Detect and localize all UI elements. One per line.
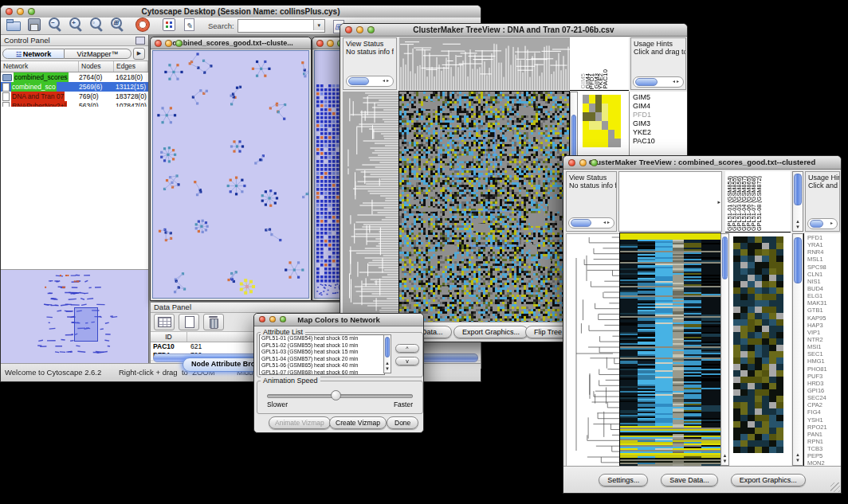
zoom-matrix-canvas[interactable] — [583, 95, 621, 147]
gene-label[interactable]: YSH1 — [807, 416, 841, 424]
gene-label[interactable]: PFD1 — [807, 234, 841, 241]
zoom-button[interactable] — [367, 26, 375, 33]
close-button[interactable] — [316, 40, 324, 47]
zoom-button[interactable] — [28, 8, 35, 15]
panel-resize-handle[interactable]: ▸ — [717, 199, 720, 205]
minimize-button[interactable] — [327, 40, 334, 47]
vizmap-icon[interactable] — [160, 17, 178, 33]
gene-label[interactable]: BUD4 — [807, 285, 841, 292]
attribute-list-scrollbar[interactable]: ▲▼ — [383, 334, 391, 373]
gene-label[interactable]: NTR2 — [807, 336, 841, 343]
matrix-row-label[interactable]: PAC10 — [633, 137, 655, 146]
close-button[interactable] — [6, 8, 13, 15]
export-graphics-button[interactable]: Export Graphics... — [453, 326, 528, 338]
zoom-button[interactable] — [175, 40, 183, 47]
matrix-column-label[interactable]: PAC10 — [603, 69, 608, 89]
row-dendrogram-canvas[interactable] — [566, 233, 620, 468]
zoom-button[interactable] — [280, 316, 286, 322]
gene-label[interactable]: RNR4 — [807, 248, 841, 256]
gene-label[interactable]: SEC1 — [807, 350, 841, 357]
attribute-table-icon[interactable] — [154, 314, 175, 330]
gene-label[interactable]: KAP95 — [807, 315, 841, 322]
gene-label[interactable]: PEP5 — [807, 452, 841, 459]
search-dropdown-icon[interactable]: ▾ — [313, 20, 324, 30]
help-icon[interactable] — [135, 17, 152, 33]
row-dendrogram-canvas[interactable] — [343, 92, 399, 324]
gene-label[interactable]: PUF3 — [807, 373, 841, 380]
speed-slider-thumb[interactable] — [331, 390, 341, 400]
heatmap-canvas[interactable] — [399, 92, 569, 324]
gene-label[interactable]: NIS1 — [807, 278, 841, 285]
zoom-region-icon[interactable]: ▫ — [88, 17, 106, 33]
settings-button[interactable]: Settings... — [599, 474, 648, 486]
attribute-list-item[interactable]: GPL51-01 (GSM854) heat shock 05 min — [260, 335, 384, 342]
network-row[interactable]: DNA and Tran 07769(0)183728(0) — [1, 92, 148, 101]
create-vizmap-button[interactable]: Create Vizmap — [329, 416, 387, 429]
close-button[interactable] — [568, 159, 575, 166]
attribute-list-item[interactable]: GPL51-02 (GSM855) heat shock 10 min — [260, 342, 384, 350]
move-down-button[interactable]: v — [395, 357, 419, 365]
network-view-titlebar[interactable]: combined_scores_good.txt--cluste... — [151, 37, 311, 49]
gene-label[interactable]: CLN1 — [807, 271, 841, 278]
annotation-icon[interactable]: ✎ — [181, 17, 198, 33]
gene-label[interactable]: MON2 — [807, 459, 841, 465]
export-graphics-button[interactable]: Export Graphics... — [731, 474, 806, 486]
attribute-list-item[interactable]: GPL51-04 (GSM857) heat shock 20 min — [260, 356, 384, 363]
close-button[interactable] — [155, 40, 162, 47]
gene-label[interactable]: SEC24 — [807, 394, 841, 401]
gene-label[interactable]: HRD3 — [807, 380, 841, 387]
animate-vizmap-button[interactable]: Animate Vizmap — [269, 416, 331, 429]
usage-hints-scrollbar[interactable]: ▸ — [807, 218, 838, 229]
attribute-list-item[interactable]: GPL51-06 (GSM865) heat shock 40 min — [260, 362, 384, 369]
gene-label[interactable]: RPN1 — [807, 438, 841, 445]
gene-label[interactable]: TCB3 — [807, 445, 841, 452]
gene-label[interactable]: YRA1 — [807, 241, 841, 248]
search-input[interactable] — [239, 20, 312, 30]
minimize-button[interactable] — [17, 8, 24, 15]
tab-overflow-icon[interactable]: ▶ — [133, 48, 145, 60]
gene-label[interactable]: MSI1 — [807, 343, 841, 350]
dialog-titlebar[interactable]: Map Colors to Network — [254, 314, 423, 326]
move-up-button[interactable]: ^ — [395, 344, 419, 353]
save-icon[interactable] — [26, 17, 44, 33]
gene-label[interactable]: MAK31 — [807, 299, 841, 307]
zoom-button[interactable] — [591, 159, 598, 166]
minimize-button[interactable] — [165, 40, 172, 47]
zoom-in-icon[interactable]: + — [68, 17, 85, 33]
gene-label[interactable]: GPI16 — [807, 387, 841, 394]
gene-label[interactable]: GTB1 — [807, 307, 841, 314]
float-panel-icon[interactable] — [135, 37, 145, 45]
save-data-button[interactable]: Save Data... — [661, 474, 718, 486]
gene-label[interactable]: PAN1 — [807, 431, 841, 438]
gene-label[interactable]: PHO81 — [807, 365, 841, 373]
view-status-scrollbar[interactable]: ◂▸ — [346, 76, 394, 87]
matrix-row-label[interactable]: YKE2 — [633, 128, 655, 137]
column-dendrogram-panel[interactable]: ▸ — [618, 171, 722, 232]
top-vscrollbar[interactable]: ▲▼ — [792, 171, 803, 232]
network-row[interactable]: combined_scores2764(0)16218(0) — [1, 72, 148, 82]
gene-label[interactable]: HMG1 — [807, 357, 841, 365]
matrix-row-label[interactable]: GIM4 — [633, 102, 655, 111]
usage-hints-scrollbar[interactable]: ◂▸ — [633, 76, 684, 88]
gene-label[interactable]: MSL1 — [807, 256, 841, 263]
gene-label[interactable]: HAP3 — [807, 322, 841, 329]
array-column-label[interactable]: GPL51-08 (GSM872) — [757, 176, 762, 231]
heatmap-vscrollbar[interactable]: ▲▼ — [720, 233, 729, 466]
attribute-list-item[interactable]: GPL51-07 (GSM868) heat shock 60 min — [260, 369, 384, 376]
treeview-combined-titlebar[interactable]: ClusterMaker TreeView : combined_scores_… — [563, 156, 841, 170]
new-attribute-icon[interactable] — [179, 314, 199, 330]
treeview-dna-titlebar[interactable]: ClusterMaker TreeView : DNA and Tran 07-… — [340, 24, 687, 37]
done-button[interactable]: Done — [387, 416, 418, 429]
gene-label[interactable]: CPA2 — [807, 401, 841, 408]
network-view[interactable] — [152, 50, 309, 299]
zoom-out-icon[interactable]: − — [47, 17, 65, 33]
close-button[interactable] — [259, 316, 265, 322]
tab-network[interactable]: ☳Network — [2, 49, 65, 59]
matrix-row-label[interactable]: GIM5 — [633, 93, 655, 102]
heatmap-canvas[interactable] — [620, 233, 720, 467]
delete-attribute-icon[interactable] — [203, 314, 224, 330]
gene-label[interactable]: SPC98 — [807, 264, 841, 271]
minimize-button[interactable] — [579, 159, 587, 166]
matrix-row-label[interactable]: GIM3 — [633, 119, 655, 128]
view-status-scrollbar[interactable]: ◂▸ — [568, 217, 614, 229]
